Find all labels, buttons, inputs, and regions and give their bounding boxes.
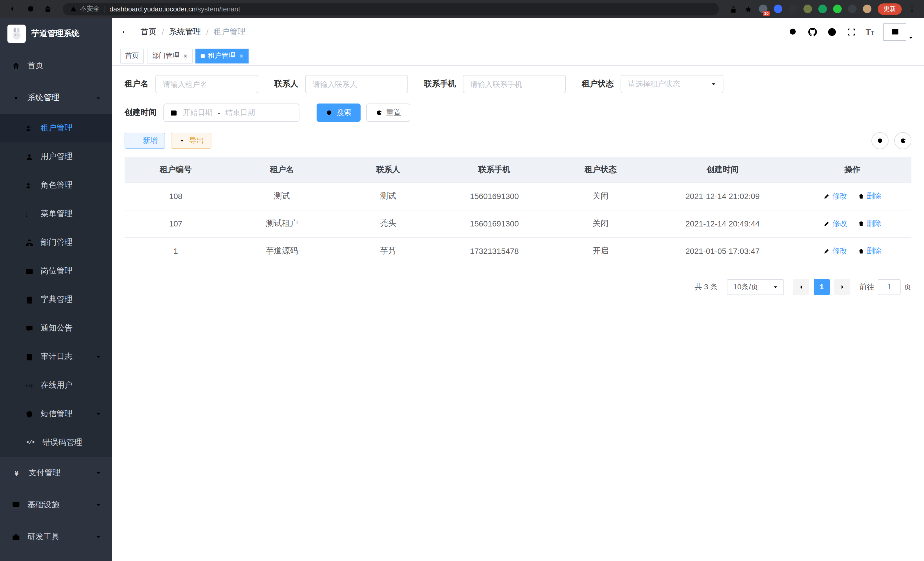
browser-menu-icon[interactable] bbox=[908, 4, 916, 14]
contact-input[interactable] bbox=[305, 75, 408, 93]
sidebar-item-payment-management[interactable]: ¥ 支付管理 bbox=[0, 457, 112, 489]
extension-icon[interactable] bbox=[863, 5, 872, 13]
github-icon[interactable] bbox=[807, 27, 818, 37]
refresh-icon bbox=[899, 137, 907, 144]
cell-status: 开启 bbox=[549, 237, 652, 265]
cell-contact: 测试 bbox=[337, 182, 440, 210]
font-size-icon[interactable]: TT bbox=[866, 27, 874, 36]
extension-icon[interactable] bbox=[818, 5, 827, 13]
filter-status: 租户状态 请选择租户状态 bbox=[582, 75, 723, 93]
export-button[interactable]: 导出 bbox=[171, 133, 212, 149]
cell-tenant-id: 108 bbox=[124, 182, 227, 210]
sidebar-toggle-icon[interactable] bbox=[112, 17, 141, 46]
sidebar-item-home[interactable]: 首页 bbox=[0, 50, 112, 82]
page-number-button[interactable]: 1 bbox=[814, 279, 830, 295]
monitor-icon bbox=[11, 500, 21, 510]
address-bar[interactable]: 不安全 dashboard.yudao.iocoder.cn/system/te… bbox=[63, 3, 719, 15]
close-icon[interactable]: × bbox=[183, 52, 188, 59]
phone-input[interactable] bbox=[463, 75, 566, 93]
tenant-table: 租户编号 租户名 联系人 联系手机 租户状态 创建时间 操作 108 测试 bbox=[124, 157, 911, 265]
sidebar-item-role-management[interactable]: 角色管理 bbox=[0, 171, 112, 200]
filter-label: 租户状态 bbox=[582, 79, 614, 89]
extension-icon[interactable]: 10 bbox=[759, 5, 767, 13]
browser-reload-icon[interactable] bbox=[23, 2, 38, 16]
add-button[interactable]: 新增 bbox=[124, 133, 165, 149]
logo[interactable]: 芋道管理系统 bbox=[0, 18, 112, 50]
bookmark-star-icon[interactable] bbox=[744, 4, 753, 14]
sidebar-item-menu-management[interactable]: 菜单管理 bbox=[0, 200, 112, 228]
screen: 不安全 dashboard.yudao.iocoder.cn/system/te… bbox=[0, 0, 924, 561]
edit-link[interactable]: 修改 bbox=[824, 246, 848, 256]
extension-icon[interactable] bbox=[789, 5, 797, 13]
table-header-row: 租户编号 租户名 联系人 联系手机 租户状态 创建时间 操作 bbox=[124, 157, 911, 182]
sidebar-item-audit-log[interactable]: 审计日志 bbox=[0, 343, 112, 371]
yen-icon: ¥ bbox=[11, 469, 22, 477]
people-icon bbox=[25, 124, 34, 132]
cell-tenant-id: 1 bbox=[124, 237, 227, 265]
next-page-button[interactable] bbox=[834, 279, 850, 295]
sidebar-item-sms-management[interactable]: 短信管理 bbox=[0, 400, 112, 428]
breadcrumb: 首页 / 系统管理 / 租户管理 bbox=[141, 27, 246, 37]
edit-link[interactable]: 修改 bbox=[824, 191, 848, 201]
sidebar-item-infrastructure[interactable]: 基础设施 bbox=[0, 489, 112, 521]
delete-link[interactable]: 删除 bbox=[857, 246, 881, 256]
extension-icon[interactable] bbox=[833, 5, 842, 13]
breadcrumb-home[interactable]: 首页 bbox=[141, 27, 157, 37]
browser-back-icon[interactable] bbox=[6, 2, 21, 16]
comment-icon bbox=[25, 324, 34, 332]
user-avatar[interactable] bbox=[884, 23, 914, 40]
sidebar-item-post-management[interactable]: 岗位管理 bbox=[0, 257, 112, 285]
fullscreen-icon[interactable] bbox=[846, 27, 856, 37]
sidebar-item-errorcode-management[interactable]: </> 错误码管理 bbox=[0, 428, 112, 457]
column-header: 租户编号 bbox=[124, 157, 227, 182]
breadcrumb-system[interactable]: 系统管理 bbox=[169, 27, 201, 37]
date-range-picker[interactable]: 开始日期 - 结束日期 bbox=[164, 104, 299, 122]
extension-icon[interactable] bbox=[803, 5, 812, 13]
breadcrumb-current: 租户管理 bbox=[214, 27, 246, 37]
tab-tenant-management[interactable]: 租户管理 × bbox=[195, 48, 249, 63]
cell-status: 关闭 bbox=[549, 182, 652, 210]
sidebar-item-department-management[interactable]: 部门管理 bbox=[0, 228, 112, 257]
tab-department-management[interactable]: 部门管理 × bbox=[147, 48, 193, 63]
sidebar-item-tenant-management[interactable]: 租户管理 bbox=[0, 114, 112, 142]
logo-avatar bbox=[8, 25, 26, 43]
tenant-name-input[interactable] bbox=[155, 75, 258, 93]
cell-phone: 17321315478 bbox=[440, 237, 550, 265]
sidebar-item-label: 通知公告 bbox=[40, 323, 73, 333]
trash-icon bbox=[857, 193, 864, 200]
refresh-table-button[interactable] bbox=[894, 132, 911, 149]
search-icon[interactable] bbox=[788, 27, 798, 37]
edit-link[interactable]: 修改 bbox=[824, 218, 848, 229]
sidebar-item-online-users[interactable]: 在线用户 bbox=[0, 371, 112, 400]
status-select[interactable]: 请选择租户状态 bbox=[621, 75, 723, 93]
security-warning[interactable]: 不安全 bbox=[70, 5, 100, 13]
chevron-right-icon bbox=[839, 283, 846, 290]
cell-contact: 芋艿 bbox=[337, 237, 440, 265]
sidebar-item-dict-management[interactable]: 字典管理 bbox=[0, 285, 112, 314]
reset-button[interactable]: 重置 bbox=[366, 104, 410, 122]
tab-home[interactable]: 首页 bbox=[120, 48, 144, 63]
goto-page-input[interactable] bbox=[878, 279, 901, 295]
delete-link[interactable]: 删除 bbox=[857, 191, 881, 201]
page-size-select[interactable]: 10条/页 bbox=[727, 279, 784, 295]
share-icon[interactable] bbox=[729, 4, 738, 14]
sidebar-item-notice[interactable]: 通知公告 bbox=[0, 314, 112, 343]
delete-link[interactable]: 删除 bbox=[857, 218, 881, 229]
chevron-down-icon bbox=[95, 502, 102, 508]
toggle-search-button[interactable] bbox=[872, 132, 889, 149]
close-icon[interactable]: × bbox=[239, 52, 243, 59]
help-icon[interactable] bbox=[826, 27, 837, 37]
org-tree-icon bbox=[25, 238, 34, 247]
sidebar-item-dev-tools[interactable]: 研发工具 bbox=[0, 521, 112, 553]
filter-tenant-name: 租户名 bbox=[124, 75, 258, 93]
extension-icon[interactable] bbox=[848, 5, 856, 13]
sidebar-item-label: 在线用户 bbox=[40, 380, 73, 391]
browser-update-button[interactable]: 更新 bbox=[878, 3, 902, 15]
extension-icon[interactable] bbox=[774, 5, 782, 13]
sidebar-item-system-management[interactable]: 系统管理 bbox=[0, 82, 112, 114]
prev-page-button[interactable] bbox=[793, 279, 809, 295]
browser-home-icon[interactable] bbox=[40, 2, 55, 16]
sidebar-item-user-management[interactable]: 用户管理 bbox=[0, 142, 112, 171]
search-button[interactable]: 搜索 bbox=[316, 104, 361, 122]
reset-button-label: 重置 bbox=[386, 108, 401, 118]
